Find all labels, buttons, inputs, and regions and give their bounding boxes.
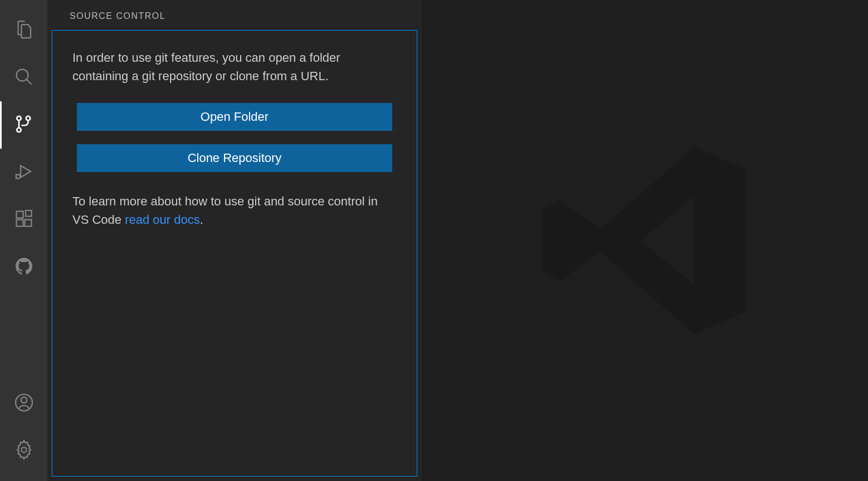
learn-more-text: To learn more about how to use git and s…	[72, 192, 397, 229]
svg-line-7	[16, 174, 17, 175]
activity-search[interactable]	[0, 54, 47, 101]
svg-rect-11	[25, 219, 31, 226]
extensions-icon	[14, 209, 34, 231]
sidebar-title: SOURCE CONTROL	[47, 0, 422, 26]
activity-explorer[interactable]	[0, 7, 47, 54]
activity-bar	[0, 0, 47, 481]
svg-rect-10	[16, 219, 23, 226]
activity-accounts[interactable]	[0, 380, 47, 427]
activity-extensions[interactable]	[0, 196, 47, 243]
svg-point-0	[16, 69, 28, 81]
sidebar: SOURCE CONTROL In order to use git featu…	[47, 0, 422, 481]
files-icon	[14, 19, 34, 42]
svg-line-1	[26, 79, 31, 84]
clone-repository-button[interactable]: Clone Repository	[77, 144, 392, 172]
source-control-icon	[14, 114, 34, 136]
activity-source-control[interactable]	[0, 101, 47, 149]
activity-settings[interactable]	[0, 427, 47, 474]
activity-github[interactable]	[0, 243, 47, 291]
account-icon	[14, 392, 34, 415]
activity-run-debug[interactable]	[0, 149, 47, 196]
gear-icon	[14, 440, 34, 462]
github-icon	[14, 256, 34, 278]
debug-icon	[14, 161, 34, 184]
editor-area	[422, 0, 868, 481]
svg-marker-5	[21, 165, 31, 177]
svg-point-4	[17, 127, 21, 132]
read-docs-link[interactable]: read our docs	[125, 213, 200, 227]
svg-point-15	[21, 447, 26, 452]
search-icon	[14, 67, 34, 89]
svg-point-2	[26, 116, 30, 120]
source-control-panel: In order to use git features, you can op…	[52, 30, 417, 477]
panel-description: In order to use git features, you can op…	[72, 48, 397, 85]
svg-rect-12	[26, 210, 32, 217]
open-folder-button[interactable]: Open Folder	[77, 103, 392, 131]
vscode-logo-icon	[534, 129, 757, 352]
svg-rect-9	[16, 211, 23, 218]
svg-point-3	[17, 116, 21, 120]
svg-line-8	[16, 178, 17, 179]
svg-point-14	[21, 397, 27, 403]
